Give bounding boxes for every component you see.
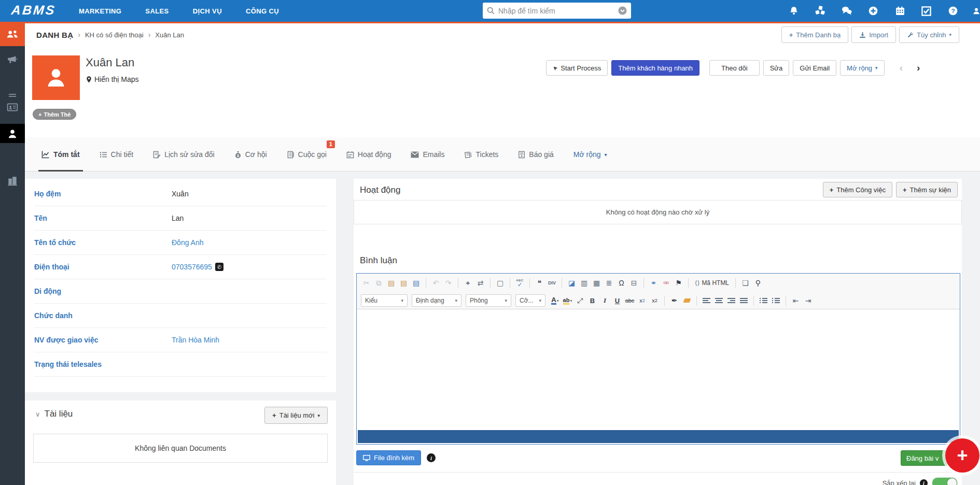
help-icon[interactable]: ? xyxy=(946,4,960,18)
tab-tom-tat[interactable]: Tóm tắt xyxy=(41,137,80,172)
next-record-button[interactable]: › xyxy=(912,62,925,74)
font-size-dropdown[interactable]: Cỡ...▾ xyxy=(515,294,545,307)
plus-circle-icon[interactable] xyxy=(866,4,880,18)
add-tag-button[interactable]: + Thêm Thẻ xyxy=(33,109,76,120)
link-icon[interactable]: ⚭ xyxy=(648,277,659,289)
paste-from-word-icon[interactable]: ▤ xyxy=(411,277,422,289)
format-painter-icon[interactable]: ✒ xyxy=(669,295,680,306)
paste-icon[interactable]: ▤ xyxy=(386,277,397,289)
subscript-icon[interactable]: x2 xyxy=(637,295,648,306)
app-logo[interactable]: ABMS xyxy=(10,3,57,18)
bold-icon[interactable]: B xyxy=(587,295,598,306)
attach-file-button[interactable]: File đính kèm xyxy=(356,450,421,465)
menu-sales[interactable]: SALES xyxy=(145,7,169,15)
select-all-icon[interactable]: ▢ xyxy=(495,277,506,289)
format-dropdown[interactable]: Định dạng▾ xyxy=(412,294,461,307)
style-dropdown[interactable]: Kiểu▾ xyxy=(361,294,408,307)
image-icon[interactable]: ◪ xyxy=(566,277,577,289)
quick-add-customer-button[interactable]: Thêm khách hàng nhanh xyxy=(611,60,699,76)
sidebar-contacts-module[interactable] xyxy=(0,23,25,46)
align-right-icon[interactable] xyxy=(726,295,737,306)
iframe-icon[interactable]: ▥ xyxy=(579,277,590,289)
tab-bao-gia[interactable]: Báo giá xyxy=(518,137,553,172)
edit-button[interactable]: Sửa xyxy=(763,60,790,76)
previous-record-button[interactable]: ‹ xyxy=(894,62,908,74)
calendar-icon[interactable] xyxy=(893,4,907,18)
table-icon[interactable]: ▦ xyxy=(591,277,602,289)
unlink-icon[interactable]: ⚮ xyxy=(661,277,671,289)
tab-co-hoi[interactable]: $ Cơ hội xyxy=(234,137,267,172)
sidebar-item-campaigns[interactable] xyxy=(0,53,25,65)
tab-tickets[interactable]: Tickets xyxy=(464,137,498,172)
comment-textarea[interactable] xyxy=(357,309,960,429)
send-email-button[interactable]: Gửi Email xyxy=(793,60,836,76)
page-break-icon[interactable]: ⊟ xyxy=(628,277,639,289)
align-center-icon[interactable] xyxy=(713,295,724,306)
preview-icon[interactable]: ⚲ xyxy=(752,277,763,289)
tab-emails[interactable]: Emails xyxy=(411,137,444,172)
call-icon[interactable]: ✆ xyxy=(215,263,223,271)
indent-icon[interactable]: ⇥ xyxy=(803,295,814,306)
add-event-button[interactable]: + Thêm sự kiện xyxy=(896,182,958,197)
anchor-flag-icon[interactable]: ⚑ xyxy=(673,277,684,289)
post-comment-button[interactable]: Đăng bài v xyxy=(901,450,947,466)
sidebar-collapsed-item[interactable] xyxy=(0,93,25,98)
menu-dich-vu[interactable]: DỊCH VỤ xyxy=(193,7,222,15)
customize-button[interactable]: Tùy chỉnh ▾ xyxy=(899,26,959,43)
spellcheck-icon[interactable]: ABC✓ xyxy=(514,277,525,289)
div-container-icon[interactable]: DIV xyxy=(547,277,557,289)
tab-mo-rong[interactable]: Mở rộng ▾ xyxy=(573,137,607,172)
background-color-icon[interactable]: ab▾ xyxy=(562,295,573,306)
templates-icon[interactable]: ❏ xyxy=(740,277,751,289)
redo-icon[interactable]: ↷ xyxy=(443,277,454,289)
tab-cuoc-goi[interactable]: Cuộc gọi 1 xyxy=(287,137,327,172)
breadcrumb-module[interactable]: DANH BẠ xyxy=(36,31,73,39)
import-button[interactable]: Import xyxy=(851,26,896,43)
align-left-icon[interactable] xyxy=(701,295,712,306)
unordered-list-icon[interactable] xyxy=(771,295,781,306)
tab-chi-tiet[interactable]: Chi tiết xyxy=(100,137,134,172)
blockquote-icon[interactable]: ❝ xyxy=(534,277,545,289)
ordered-list-icon[interactable] xyxy=(758,295,769,306)
special-char-icon[interactable]: Ω xyxy=(616,277,627,289)
paste-as-text-icon[interactable]: ▤ xyxy=(398,277,409,289)
phone-link[interactable]: 0703576695 xyxy=(172,263,212,271)
copy-icon[interactable]: ⧉ xyxy=(373,277,384,289)
add-task-button[interactable]: + Thêm Công việc xyxy=(823,182,892,197)
text-color-icon[interactable]: A▾ xyxy=(550,295,561,306)
sidebar-item-contacts-active[interactable] xyxy=(0,124,25,143)
font-dropdown[interactable]: Phông▾ xyxy=(466,294,511,307)
menu-marketing[interactable]: MARKETING xyxy=(79,7,121,15)
user-icon[interactable] xyxy=(973,4,980,18)
sidebar-item-organizations[interactable] xyxy=(0,175,25,187)
horizontal-rule-icon[interactable]: ≣ xyxy=(604,277,614,289)
breadcrumb-item-list[interactable]: KH có số điện thoại xyxy=(85,31,144,39)
start-process-button[interactable]: ➤ Start Process xyxy=(546,60,608,76)
chat-icon[interactable] xyxy=(840,4,853,18)
sort-toggle[interactable] xyxy=(932,477,958,485)
align-justify-icon[interactable] xyxy=(738,295,749,306)
remove-format-icon[interactable] xyxy=(681,295,692,306)
tab-lich-su-sua-doi[interactable]: Lịch sử sửa đổi xyxy=(153,137,215,172)
superscript-icon[interactable]: x2 xyxy=(649,295,660,306)
apps-cubes-icon[interactable] xyxy=(814,4,827,18)
cut-icon[interactable]: ✂ xyxy=(361,277,372,289)
more-actions-button[interactable]: Mở rộng ▾ xyxy=(840,60,885,76)
record-avatar[interactable] xyxy=(32,55,80,100)
info-icon[interactable]: i xyxy=(920,479,928,485)
undo-icon[interactable]: ↶ xyxy=(430,277,441,289)
underline-icon[interactable]: U xyxy=(612,295,623,306)
html-source-button[interactable]: ⟨⟩ Mã HTML xyxy=(693,279,731,287)
outdent-icon[interactable]: ⇤ xyxy=(790,295,801,306)
strikethrough-icon[interactable]: abc xyxy=(624,295,635,306)
assignee-link[interactable]: Trần Hòa Minh xyxy=(172,336,219,344)
search-input[interactable] xyxy=(498,7,618,15)
bell-icon[interactable] xyxy=(787,4,801,18)
italic-icon[interactable]: I xyxy=(599,295,610,306)
show-maps-link[interactable]: Hiển thị Maps xyxy=(86,75,139,83)
search-scope-chevron-icon[interactable] xyxy=(618,6,627,15)
maximize-icon[interactable]: ⤢ xyxy=(575,295,585,306)
documents-section-header[interactable]: ∨ Tài liệu xyxy=(35,409,73,419)
add-document-button[interactable]: + Tài liệu mới ▾ xyxy=(264,407,328,424)
menu-cong-cu[interactable]: CÔNG CỤ xyxy=(246,7,279,15)
